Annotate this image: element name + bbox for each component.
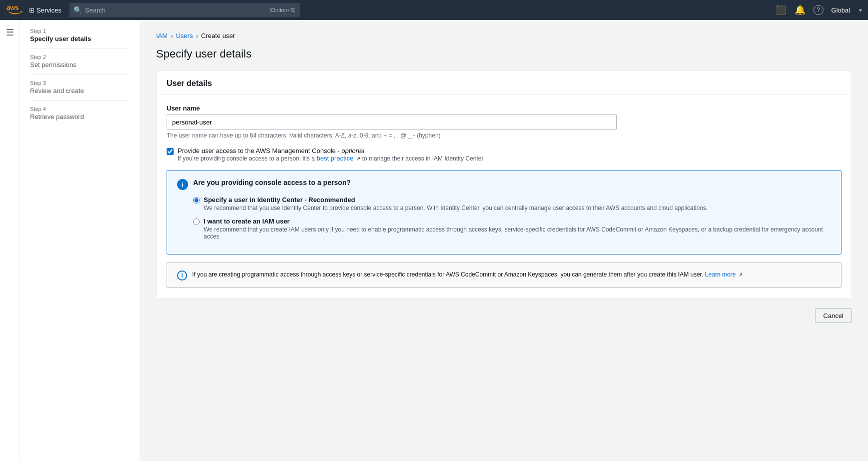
console-access-row: Provide user access to the AWS Managemen… [167,147,841,162]
breadcrumb-current: Create user [201,32,235,40]
learn-more-link[interactable]: Learn more [705,271,735,278]
user-name-input[interactable] [167,114,617,130]
step-3-number: Step 3 [30,80,130,86]
card-header: User details [157,71,851,94]
search-bar[interactable]: 🔍 [Option+S] [70,3,300,17]
search-icon: 🔍 [74,6,82,14]
aws-logo[interactable] [5,4,23,16]
hamburger-icon[interactable]: ☰ [6,27,14,38]
page-wrapper: ☰ Step 1 Specify user details Step 2 Set… [0,20,868,461]
programmatic-access-text: If you are creating programmatic access … [192,270,742,279]
learn-more-icon: ↗ [738,272,742,278]
radio-iam-user-desc: We recommend that you create IAM users o… [204,226,831,240]
breadcrumb-sep-2: › [196,32,198,40]
radio-identity-center-label: Specify a user in Identity Center - Reco… [204,196,708,204]
breadcrumb-iam[interactable]: IAM [156,32,168,40]
bell-icon[interactable]: 🔔 [794,4,805,16]
console-info-box: i Are you providing console access to a … [167,170,841,254]
console-access-label[interactable]: Provide user access to the AWS Managemen… [178,147,485,162]
step-2: Step 2 Set permissions [30,54,130,68]
help-icon[interactable]: ? [813,5,823,15]
step-2-label: Set permissions [30,61,130,68]
global-label[interactable]: Global [831,6,850,14]
main-content: IAM › Users › Create user Specify user d… [140,20,868,461]
cloud-shell-icon[interactable]: ⬛ [775,4,786,16]
card-title: User details [167,79,841,88]
search-shortcut: [Option+S] [270,7,296,13]
programmatic-access-info: i If you are creating programmatic acces… [167,262,841,288]
radio-option-identity-center: Specify a user in Identity Center - Reco… [193,196,831,212]
grid-icon: ⊞ [29,6,35,14]
console-hint-prefix: If you're providing console access to a … [178,155,315,162]
step-2-number: Step 2 [30,54,130,60]
breadcrumb: IAM › Users › Create user [156,32,852,40]
form-actions: Cancel [156,308,852,327]
card-body: User name The user name can have up to 6… [157,94,851,298]
radio-iam-user[interactable] [193,218,200,225]
step-1-label: Specify user details [30,35,130,42]
services-nav[interactable]: ⊞ Services [29,6,62,14]
search-input[interactable] [85,6,270,14]
page-title: Specify user details [156,48,852,60]
radio-identity-center[interactable] [193,197,200,204]
radio-identity-center-desc: We recommend that you use Identity Cente… [204,204,708,212]
ext-link-icon: ↗ [356,156,360,162]
info-box-header: i Are you providing console access to a … [177,178,831,190]
top-navbar: ⊞ Services 🔍 [Option+S] ⬛ 🔔 ? Global ▼ [0,0,868,20]
step-3-label: Review and create [30,87,130,94]
step-3: Step 3 Review and create [30,80,130,94]
info-circle-outline-icon: i [177,270,187,280]
radio-iam-user-label: I want to create an IAM user [204,218,831,225]
info-box-question: Are you providing console access to a pe… [193,178,351,186]
user-name-label: User name [167,104,841,112]
console-access-checkbox[interactable] [167,148,174,155]
user-name-hint: The user name can have up to 64 characte… [167,132,841,139]
steps-panel: Step 1 Specify user details Step 2 Set p… [20,20,140,461]
sidebar-toggle[interactable]: ☰ [0,20,20,461]
chevron-down-icon: ▼ [858,8,863,13]
breadcrumb-users[interactable]: Users [176,32,193,40]
navbar-right: ⬛ 🔔 ? Global ▼ [775,4,863,16]
step-1-number: Step 1 [30,28,130,34]
services-label: Services [37,6,62,14]
step-4-number: Step 4 [30,106,130,112]
info-circle-icon: i [177,179,188,190]
step-4: Step 4 Retrieve password [30,106,130,120]
cancel-button[interactable]: Cancel [815,308,852,323]
step-1: Step 1 Specify user details [30,28,130,42]
step-4-label: Retrieve password [30,113,130,120]
console-hint-suffix: to manage their access in IAM Identity C… [362,155,485,162]
user-details-card: User details User name The user name can… [156,70,852,298]
radio-option-iam-user: I want to create an IAM user We recommen… [193,218,831,240]
breadcrumb-sep-1: › [171,32,173,40]
best-practice-link[interactable]: best practice [317,154,354,162]
